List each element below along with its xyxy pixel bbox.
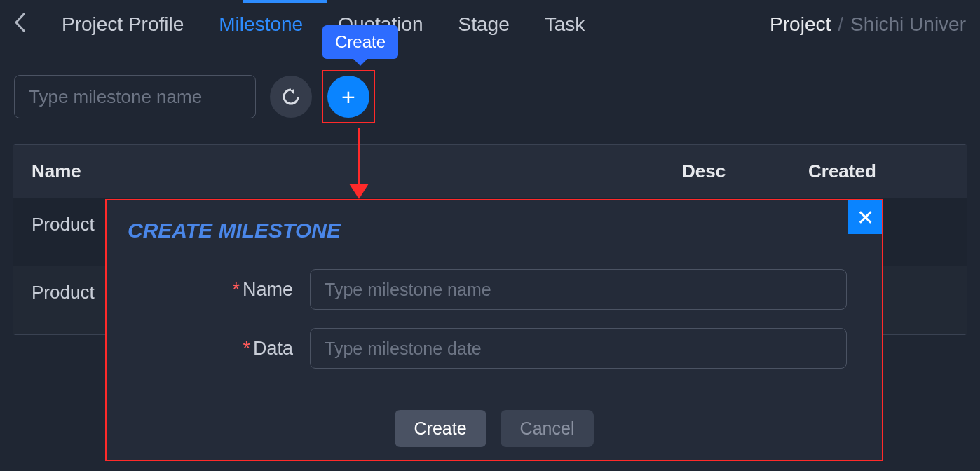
- breadcrumb-separator: /: [838, 13, 843, 36]
- tab-project-profile[interactable]: Project Profile: [62, 13, 184, 36]
- milestone-name-input[interactable]: [310, 269, 847, 310]
- column-header-desc[interactable]: Desc: [682, 161, 808, 182]
- modal-close-button[interactable]: ✕: [848, 200, 882, 234]
- column-header-name[interactable]: Name: [32, 161, 682, 182]
- breadcrumb-root[interactable]: Project: [770, 13, 831, 36]
- plus-icon: +: [341, 83, 355, 111]
- tab-task[interactable]: Task: [545, 13, 585, 36]
- breadcrumb: Project / Shichi Univer: [770, 13, 966, 36]
- tab-stage[interactable]: Stage: [458, 13, 510, 36]
- modal-title: CREATE MILESTONE: [128, 219, 861, 243]
- close-icon: ✕: [857, 205, 874, 230]
- milestone-date-input[interactable]: [310, 328, 847, 369]
- back-button[interactable]: [14, 12, 27, 38]
- milestone-search-input[interactable]: [14, 75, 256, 118]
- create-tooltip: Create: [322, 25, 398, 59]
- refresh-button[interactable]: [270, 76, 312, 118]
- tab-milestone[interactable]: Milestone: [219, 13, 303, 36]
- create-milestone-modal: CREATE MILESTONE ✕ *Name *Data Create Ca…: [105, 199, 883, 461]
- breadcrumb-current: Shichi Univer: [850, 13, 966, 36]
- name-field-label: *Name: [142, 279, 310, 301]
- refresh-icon: [280, 86, 301, 107]
- column-header-created[interactable]: Created: [808, 161, 948, 182]
- create-milestone-button[interactable]: +: [327, 76, 369, 118]
- modal-create-button[interactable]: Create: [395, 410, 486, 447]
- modal-cancel-button[interactable]: Cancel: [501, 410, 594, 447]
- data-field-label: *Data: [142, 338, 310, 360]
- annotation-arrow: [358, 128, 369, 199]
